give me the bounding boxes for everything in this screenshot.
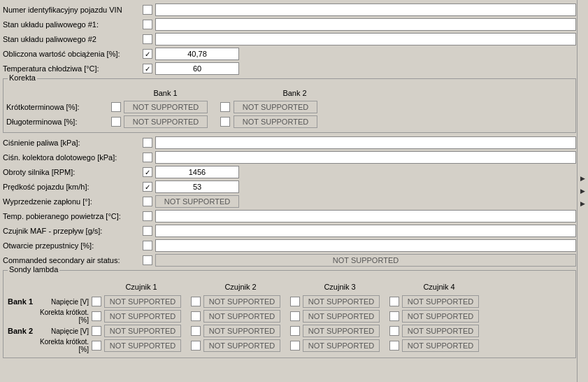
fuel-system1-input[interactable] [155, 18, 576, 31]
vin-checkbox[interactable] [143, 5, 152, 15]
fuel-pressure-input[interactable] [155, 136, 576, 149]
coolant-label: Temperatura chłodziwa [°C]: [3, 64, 143, 73]
intake-pressure-checkbox[interactable] [143, 153, 152, 162]
czujnik2-header: Czujnik 2 [191, 283, 290, 291]
b2-c4-korekta-ns: NOT SUPPORTED [402, 339, 479, 352]
timing-checkbox[interactable] [143, 197, 152, 206]
b1-c3-napiecie-ns: NOT SUPPORTED [303, 295, 380, 308]
vin-input[interactable] [155, 3, 576, 16]
korekta-inner: Bank 1 Bank 2 Krótkoterminowa [%]: NOT S… [6, 86, 573, 129]
czujnik3-header: Czujnik 3 [290, 283, 389, 291]
short-term-bank1-checkbox[interactable] [111, 102, 121, 112]
b2-c3-napiecie-cell: NOT SUPPORTED [290, 325, 389, 337]
scrollbar: ▶ ▶ ▶ [577, 0, 588, 382]
coolant-checkbox[interactable] [143, 64, 152, 73]
rpm-checkbox[interactable] [143, 167, 152, 177]
b2-c1-korekta-cb[interactable] [92, 341, 101, 351]
b1-c3-korekta-cb[interactable] [290, 311, 300, 321]
speed-checkbox[interactable] [143, 182, 152, 192]
long-term-bank1-checkbox[interactable] [111, 117, 121, 127]
rpm-input[interactable] [155, 166, 239, 178]
korekta-b1-label: Korekta krótkot. [%] [36, 309, 92, 324]
fuel-system2-input[interactable] [155, 33, 576, 45]
intake-pressure-input[interactable] [155, 151, 576, 164]
b1-c4-napiecie-cb[interactable] [389, 297, 399, 306]
scroll-mid-arrow[interactable]: ▶ [580, 188, 585, 194]
b2-c2-korekta-cell: NOT SUPPORTED [191, 339, 290, 352]
b2-c4-korekta-cb[interactable] [389, 341, 399, 351]
b1-c2-napiecie-cb[interactable] [191, 297, 201, 306]
form-area: Numer identyfikacyjny pojazdu VIN Stan u… [3, 3, 576, 358]
b1-c2-korekta-cell: NOT SUPPORTED [191, 310, 290, 323]
fuel-system2-row: Stan układu paliwowego #2 [3, 32, 576, 46]
scroll-up-arrow[interactable]: ▶ [580, 175, 585, 182]
b1-c4-korekta-cb[interactable] [389, 311, 399, 321]
b2-c4-napiecie-ns: NOT SUPPORTED [402, 325, 479, 337]
secondary-air-row: Commanded secondary air status: NOT SUPP… [3, 253, 576, 267]
long-term-bank1-cell: NOT SUPPORTED [111, 115, 220, 128]
b1-c2-korekta-cb[interactable] [191, 311, 201, 321]
secondary-air-checkbox[interactable] [143, 255, 152, 265]
b2-c4-napiecie-cb[interactable] [389, 326, 399, 336]
intake-temp-checkbox[interactable] [143, 211, 152, 221]
b2-c2-napiecie-cb[interactable] [191, 326, 201, 336]
b2-c3-napiecie-cb[interactable] [290, 326, 300, 336]
b2-c1-napiecie-ns: NOT SUPPORTED [104, 325, 181, 337]
coolant-input[interactable] [155, 62, 239, 75]
b2-c2-napiecie-cell: NOT SUPPORTED [191, 325, 290, 337]
throttle-input[interactable] [155, 239, 576, 252]
intake-temp-row: Temp. pobieranego powietrza [°C]: [3, 209, 576, 223]
b1-c2-napiecie-ns: NOT SUPPORTED [203, 295, 280, 308]
b1-c1-korekta-ns: NOT SUPPORTED [104, 310, 181, 323]
b2-c1-napiecie-cell: NOT SUPPORTED [92, 325, 191, 337]
short-term-bank2-cell: NOT SUPPORTED [232, 101, 340, 113]
maf-checkbox[interactable] [143, 226, 152, 236]
b2-c3-korekta-cb[interactable] [290, 341, 300, 351]
b2-c4-napiecie-cell: NOT SUPPORTED [389, 325, 489, 337]
load-label: Obliczona wartość obciążenia [%]: [3, 50, 143, 58]
short-term-bank2-checkbox[interactable] [220, 102, 230, 112]
b1-c4-korekta-ns: NOT SUPPORTED [402, 310, 479, 323]
fuel-system2-checkbox[interactable] [143, 34, 152, 44]
timing-row: Wyprzedzenie zapłonu [°]: NOT SUPPORTED [3, 194, 576, 208]
lambda-group: Sondy lambda Czujnik 1 Czujnik 2 Czujnik… [3, 270, 576, 358]
short-term-bank2-ns: NOT SUPPORTED [234, 101, 317, 113]
throttle-checkbox[interactable] [143, 241, 152, 250]
fuel-system1-checkbox[interactable] [143, 20, 152, 29]
load-row: Obliczona wartość obciążenia [%]: [3, 47, 576, 61]
intake-pressure-label: Ciśn. kolektora dolotowego [kPa]: [3, 153, 143, 162]
b2-c3-napiecie-ns: NOT SUPPORTED [303, 325, 380, 337]
maf-label: Czujnik MAF - przepływ [g/s]: [3, 227, 143, 235]
main-container: Numer identyfikacyjny pojazdu VIN Stan u… [0, 0, 588, 382]
b2-c2-napiecie-ns: NOT SUPPORTED [203, 325, 280, 337]
long-term-bank2-checkbox[interactable] [220, 117, 230, 127]
maf-input[interactable] [155, 225, 576, 237]
b1-c1-napiecie-cb[interactable] [92, 297, 101, 306]
b1-c4-napiecie-ns: NOT SUPPORTED [402, 295, 479, 308]
speed-row: Prędkość pojazdu [km/h]: [3, 180, 576, 194]
coolant-row: Temperatura chłodziwa [°C]: [3, 62, 576, 76]
scroll-down-arrow[interactable]: ▶ [580, 200, 585, 207]
czujnik4-header: Czujnik 4 [389, 283, 489, 291]
b1-c1-korekta-cell: NOT SUPPORTED [92, 310, 191, 323]
b2-c1-napiecie-cb[interactable] [92, 326, 101, 336]
bank1-label: Bank 1 [8, 297, 36, 306]
vin-label: Numer identyfikacyjny pojazdu VIN [3, 6, 143, 14]
speed-input[interactable] [155, 181, 239, 193]
b1-c1-korekta-cb[interactable] [92, 311, 101, 321]
short-term-row: Krótkoterminowa [%]: NOT SUPPORTED NOT S… [6, 100, 573, 114]
fuel-system2-label: Stan układu paliwowego #2 [3, 35, 143, 43]
vin-row: Numer identyfikacyjny pojazdu VIN [3, 3, 576, 17]
load-checkbox[interactable] [143, 49, 152, 59]
long-term-label: Długoterminowa [%]: [6, 118, 111, 126]
b1-c2-napiecie-cell: NOT SUPPORTED [191, 295, 290, 308]
short-term-bank1-ns: NOT SUPPORTED [124, 101, 208, 113]
fuel-pressure-row: Ciśnienie paliwa [kPa]: [3, 136, 576, 150]
speed-label: Prędkość pojazdu [km/h]: [3, 183, 143, 191]
b2-c2-korekta-cb[interactable] [191, 341, 201, 351]
fuel-pressure-checkbox[interactable] [143, 138, 152, 148]
short-term-label: Krótkoterminowa [%]: [6, 103, 111, 111]
load-input[interactable] [155, 48, 239, 60]
intake-temp-input[interactable] [155, 210, 576, 222]
b1-c3-napiecie-cb[interactable] [290, 297, 300, 306]
